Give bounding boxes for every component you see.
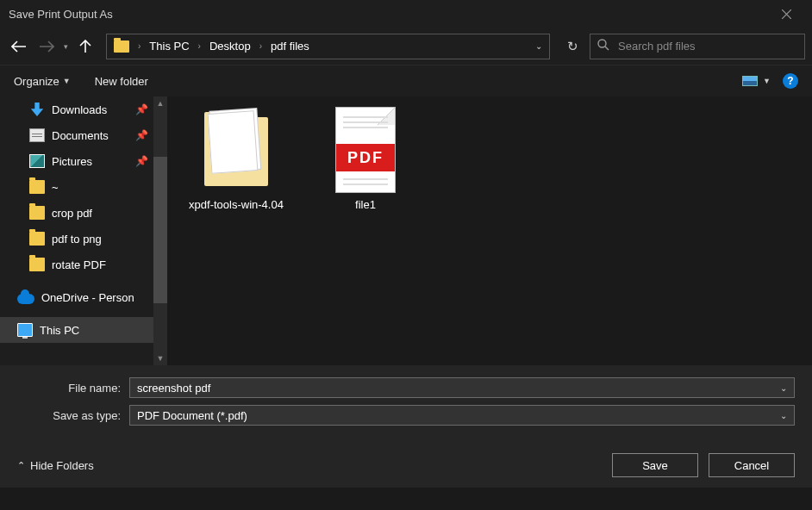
pictures-icon <box>29 154 45 168</box>
download-icon <box>29 103 45 116</box>
search-icon <box>597 39 609 53</box>
chevron-right-icon: › <box>193 41 206 51</box>
search-input[interactable]: Search pdf files <box>590 34 805 59</box>
scrollbar-thumb[interactable] <box>153 157 167 303</box>
address-dropdown-icon[interactable]: ⌄ <box>535 41 542 51</box>
folder-icon <box>29 232 45 246</box>
chevron-down-icon: ▼ <box>763 77 771 85</box>
refresh-icon: ↻ <box>567 39 578 54</box>
tree-item-folder[interactable]: rotate PDF <box>0 252 167 277</box>
onedrive-icon <box>17 294 34 304</box>
toolbar: Organize ▼ New folder ▼ ? <box>0 65 812 96</box>
search-placeholder: Search pdf files <box>618 40 696 53</box>
title-bar: Save Print Output As <box>0 0 812 28</box>
savetype-select[interactable]: PDF Document (*.pdf) ⌄ <box>129 405 795 426</box>
arrow-up-icon <box>79 40 91 53</box>
filename-label: File name: <box>17 382 129 395</box>
nav-bar: ▾ › This PC › Desktop › pdf files ⌄ ↻ Se… <box>0 28 812 65</box>
chevron-right-icon: › <box>133 41 146 51</box>
close-button[interactable] <box>769 0 803 28</box>
folder-icon <box>29 258 45 271</box>
scroll-down-icon[interactable]: ▼ <box>153 351 167 365</box>
tree-item-downloads[interactable]: Downloads📌 <box>0 96 167 122</box>
pin-icon: 📌 <box>135 103 148 115</box>
arrow-left-icon <box>11 40 27 53</box>
breadcrumb-item[interactable]: pdf files <box>267 40 313 53</box>
nav-tree: Downloads📌 Documents📌 Pictures📌 ~ crop p… <box>0 96 167 365</box>
tree-item-thispc[interactable]: This PC <box>0 317 167 343</box>
close-icon <box>782 9 791 19</box>
recent-dropdown-icon[interactable]: ▾ <box>64 42 68 51</box>
breadcrumb-item[interactable]: Desktop <box>206 40 254 53</box>
folder-thumb-icon <box>197 107 275 193</box>
tree-item-onedrive[interactable]: OneDrive - Person <box>0 284 167 310</box>
thispc-icon <box>17 323 33 337</box>
body: Downloads📌 Documents📌 Pictures📌 ~ crop p… <box>0 96 812 365</box>
back-button[interactable] <box>7 34 31 59</box>
chevron-down-icon[interactable]: ⌄ <box>780 411 787 420</box>
forward-button[interactable] <box>34 34 59 59</box>
tree-item-documents[interactable]: Documents📌 <box>0 122 167 148</box>
window-title: Save Print Output As <box>9 8 113 21</box>
svg-point-0 <box>598 40 606 47</box>
tree-item-pictures[interactable]: Pictures📌 <box>0 148 167 174</box>
hide-folders-button[interactable]: ⌃ Hide Folders <box>17 459 94 472</box>
arrow-right-icon <box>39 40 54 53</box>
help-button[interactable]: ? <box>783 73 798 89</box>
save-button[interactable]: Save <box>612 453 698 477</box>
folder-icon <box>114 40 129 53</box>
folder-icon <box>29 180 45 194</box>
cancel-button[interactable]: Cancel <box>709 453 795 477</box>
folder-icon <box>29 206 45 220</box>
file-item-folder[interactable]: xpdf-tools-win-4.04 <box>184 107 288 211</box>
help-icon: ? <box>787 75 793 87</box>
tree-item-folder[interactable]: pdf to png <box>0 226 167 252</box>
pin-icon: 📌 <box>135 155 148 167</box>
tree-item-folder[interactable]: crop pdf <box>0 200 167 226</box>
footer: ⌃ Hide Folders Save Cancel <box>0 443 812 488</box>
address-bar[interactable]: › This PC › Desktop › pdf files ⌄ <box>106 34 550 59</box>
chevron-down-icon: ▼ <box>63 77 71 85</box>
tree-item-folder[interactable]: ~ <box>0 174 167 200</box>
refresh-button[interactable]: ↻ <box>559 34 586 59</box>
new-folder-button[interactable]: New folder <box>95 75 148 88</box>
chevron-right-icon: › <box>254 41 267 51</box>
file-label: file1 <box>314 198 417 211</box>
filename-input[interactable]: screenshot pdf ⌄ <box>129 377 795 398</box>
pdf-thumb-icon: PDF <box>327 107 404 193</box>
organize-menu[interactable]: Organize ▼ <box>14 75 71 88</box>
chevron-down-icon[interactable]: ⌄ <box>780 383 787 393</box>
savetype-label: Save as type: <box>17 409 129 422</box>
file-item-pdf[interactable]: PDF file1 <box>314 107 417 211</box>
up-button[interactable] <box>73 34 97 59</box>
breadcrumb-root[interactable]: This PC <box>146 40 192 53</box>
scroll-up-icon[interactable]: ▲ <box>153 96 167 110</box>
view-icon <box>742 76 758 86</box>
file-pane[interactable]: xpdf-tools-win-4.04 PDF file1 <box>167 96 812 365</box>
file-label: xpdf-tools-win-4.04 <box>184 198 288 211</box>
chevron-up-icon: ⌃ <box>17 460 25 471</box>
save-fields: File name: screenshot pdf ⌄ Save as type… <box>0 365 812 443</box>
view-menu[interactable]: ▼ <box>742 76 771 86</box>
pin-icon: 📌 <box>135 129 148 141</box>
document-icon <box>29 128 45 142</box>
